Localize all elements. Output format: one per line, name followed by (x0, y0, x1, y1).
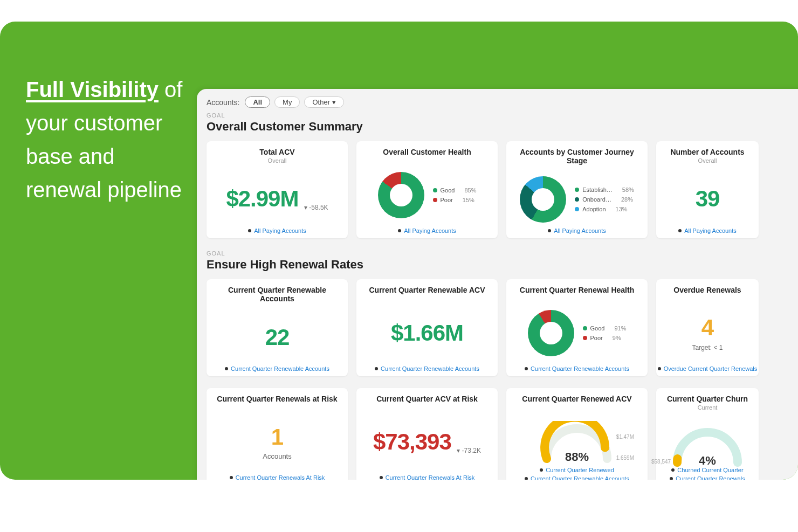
card-footer-link[interactable]: Current Quarter Renewable Accounts (531, 475, 629, 480)
metric-unit: Accounts (263, 452, 291, 460)
goal-label: GOAL (207, 112, 798, 119)
bullet-icon (225, 367, 228, 370)
card-subtitle: Overall (268, 157, 287, 164)
filter-pill-my[interactable]: My (274, 96, 300, 108)
legend-swatch (583, 336, 587, 340)
bullet-icon (540, 468, 543, 472)
card-footer: All Paying Accounts (656, 227, 759, 234)
bullet-icon (525, 367, 528, 370)
legend-value: 28% (621, 196, 633, 203)
card-cq-churn[interactable]: Current Quarter Churn Current $58,547 4%… (656, 388, 759, 480)
legend-row: Poor 15% (433, 197, 477, 203)
card-cq-renewal-health[interactable]: Current Quarter Renewal Health Good 91% … (506, 279, 648, 376)
gauge-right-bottom: 1.659M (616, 455, 634, 461)
card-footer: Current Quarter Renewed Current Quarter … (506, 467, 648, 480)
card-title: Overdue Renewals (673, 286, 741, 294)
card-footer: Current Quarter Renewals At Risk (207, 474, 348, 480)
legend-value: 13% (616, 206, 628, 212)
card-cq-acv-at-risk[interactable]: Current Quarter ACV at Risk $73,393 ▾ -7… (356, 388, 498, 480)
donut-ring (520, 176, 566, 223)
card-total-acv[interactable]: Total ACV Overall $2.99M ▾ -58.5K All Pa… (207, 141, 348, 238)
card-cq-renewable-accts[interactable]: Current Quarter Renewable Accounts 22 Cu… (207, 279, 348, 376)
legend-row: Adoption 13% (575, 206, 634, 212)
section-title: Overall Customer Summary (207, 120, 798, 134)
card-cq-renewable-acv[interactable]: Current Quarter Renewable ACV $1.66M Cur… (356, 279, 498, 376)
card-footer: Current Quarter Renewals At Risk (356, 474, 498, 480)
metric-value: 39 (696, 186, 720, 211)
metric-block: 39 (696, 186, 720, 212)
card-footer-link[interactable]: Current Quarter Renewable Accounts (231, 365, 329, 372)
card-footer-link[interactable]: All Paying Accounts (254, 227, 306, 234)
card-cq-renewed-acv[interactable]: Current Quarter Renewed ACV $1.47M 1.659… (506, 388, 648, 480)
hero-panel: Full Visibility of your customer base an… (0, 22, 798, 480)
card-footer-link[interactable]: All Paying Accounts (684, 227, 737, 234)
card-overall-health[interactable]: Overall Customer Health Good 85% Poor 15… (356, 141, 498, 238)
card-footer-link[interactable]: Overdue Current Quarter Renewals (664, 365, 758, 372)
legend-swatch (575, 207, 579, 211)
card-footer-link[interactable]: All Paying Accounts (554, 227, 606, 234)
bullet-icon (548, 229, 551, 232)
legend-swatch (575, 197, 579, 202)
card-title: Number of Accounts (670, 148, 744, 156)
legend-label: Adoption (582, 206, 606, 212)
legend-swatch (583, 326, 587, 330)
card-footer: Current Quarter Renewable Accounts (356, 365, 498, 372)
hero-headline: Full Visibility of your customer base an… (26, 73, 182, 206)
donut-ring (378, 172, 424, 218)
chart-legend: Establish… 58% Onboard… 28% Adoption 13% (575, 186, 634, 212)
card-footer-link[interactable]: All Paying Accounts (404, 227, 456, 234)
metric-value: 1 (271, 424, 283, 450)
card-title: Current Quarter Churn (667, 395, 748, 403)
donut-chart: Good 91% Poor 9% (528, 310, 627, 356)
metric-value: $1.66M (391, 320, 463, 346)
card-footer-link[interactable]: Churned Current Quarter (677, 467, 743, 473)
bullet-icon (658, 367, 661, 370)
card-title: Current Quarter Renewable ACV (369, 286, 485, 294)
card-title: Overall Customer Health (383, 148, 471, 156)
metric-block: 22 (265, 324, 290, 350)
metric-delta: ▾ -73.2K (457, 447, 481, 454)
legend-row: Good 85% (433, 187, 477, 194)
filter-pill-all[interactable]: All (245, 96, 270, 108)
card-footer-link[interactable]: Current Quarter Renewals (676, 475, 745, 480)
legend-value: 58% (622, 186, 634, 193)
card-subtitle: Current (698, 404, 718, 411)
hero-underlined: Full Visibility (26, 78, 159, 101)
card-overdue-renewals[interactable]: Overdue Renewals 4 Target: < 1 Overdue C… (656, 279, 759, 376)
donut-chart: Establish… 58% Onboard… 28% Adoption 13% (520, 176, 634, 223)
bullet-icon (671, 468, 675, 472)
card-row: Total ACV Overall $2.99M ▾ -58.5K All Pa… (207, 141, 798, 238)
filter-pill-other[interactable]: Other ▾ (304, 96, 343, 108)
gauge: $1.47M 1.659M 88% (539, 421, 615, 463)
gauge-left-label: $58,547 (651, 459, 671, 465)
card-footer-link[interactable]: Current Quarter Renewable Accounts (381, 365, 479, 372)
legend-row: Poor 9% (583, 335, 627, 341)
dashboard: Accounts: All My Other ▾ GOALOverall Cus… (197, 89, 798, 480)
card-footer: All Paying Accounts (207, 227, 348, 234)
card-footer-link[interactable]: Current Quarter Renewals At Risk (386, 474, 475, 480)
bullet-icon (375, 367, 378, 370)
card-title: Current Quarter Renewed ACV (522, 395, 631, 403)
card-journey-stage[interactable]: Accounts by Customer Journey Stage Estab… (506, 141, 648, 238)
card-footer: All Paying Accounts (356, 227, 498, 234)
legend-label: Onboard… (582, 196, 611, 203)
legend-value: 9% (613, 335, 621, 341)
bullet-icon (380, 476, 383, 479)
legend-swatch (433, 188, 437, 192)
card-cq-at-risk[interactable]: Current Quarter Renewals at Risk 1 Accou… (207, 388, 348, 480)
metric-target: Target: < 1 (692, 344, 723, 351)
card-footer-link[interactable]: Current Quarter Renewable Accounts (531, 365, 629, 372)
metric-block: $73,393 ▾ -73.2K (373, 429, 481, 455)
gauge-right-top: $1.47M (616, 434, 634, 440)
card-num-accounts[interactable]: Number of Accounts Overall 39 All Paying… (656, 141, 759, 238)
bullet-icon (398, 229, 401, 232)
gauge: $58,547 4% (670, 425, 745, 467)
legend-swatch (575, 188, 579, 192)
donut-chart: Good 85% Poor 15% (378, 172, 477, 218)
metric-delta: ▾ -58.5K (304, 204, 328, 211)
card-footer-link[interactable]: Current Quarter Renewals At Risk (236, 474, 325, 480)
card-footer-link[interactable]: Current Quarter Renewed (546, 467, 614, 473)
card-title: Current Quarter Renewal Health (520, 286, 634, 294)
legend-swatch (433, 198, 437, 202)
legend-value: 85% (464, 187, 476, 194)
